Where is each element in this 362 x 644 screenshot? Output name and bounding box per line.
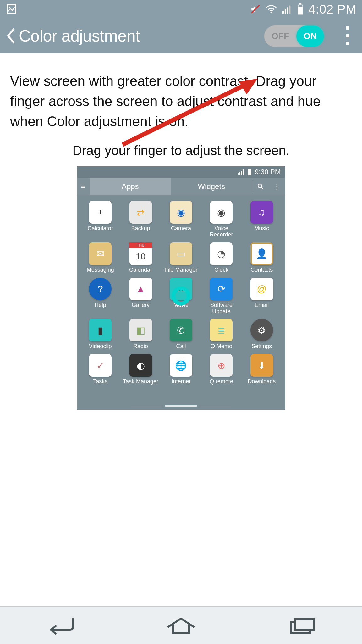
preview-app-label: Internet: [171, 379, 190, 385]
contacts-icon: 👤: [250, 242, 273, 265]
preview-app-clock: ◔Clock: [202, 242, 240, 273]
nav-recent-button[interactable]: [280, 614, 324, 636]
preview-tab-apps: Apps: [90, 178, 171, 195]
internet-icon: 🌐: [170, 354, 192, 377]
svg-rect-16: [248, 169, 251, 176]
music-icon: ♫: [250, 201, 273, 224]
preview-app-qmemo: ≣Q Memo: [202, 319, 240, 350]
calc-icon: ±: [89, 201, 112, 224]
preview-app-camera: ◉Camera: [162, 201, 200, 238]
gallery-icon: ▲: [129, 278, 152, 300]
preview-app-label: Task Manager: [123, 379, 158, 385]
preview-app-label: Calendar: [129, 267, 152, 273]
preview-app-video: ▮Videoclip: [81, 319, 119, 350]
preview-app-label: Videoclip: [89, 343, 112, 350]
preview-app-taskmgr: ◐Task Manager: [122, 354, 159, 385]
preview-app-label: Calculator: [88, 225, 113, 232]
preview-app-contacts: 👤Contacts: [243, 242, 281, 273]
mute-icon: [250, 4, 261, 14]
svg-rect-15: [243, 169, 244, 175]
toggle-on-label: ON: [296, 25, 324, 47]
preview-app-gallery: ▲Gallery: [122, 278, 159, 315]
preview-app-label: Messaging: [87, 267, 114, 273]
battery-icon: [297, 3, 304, 15]
preview-screenshot[interactable]: 9:30 PM ≡ Apps Widgets ⋮ ±Calculator⇄Bac…: [77, 166, 285, 410]
nav-home-button[interactable]: [159, 614, 203, 636]
preview-tab-widgets: Widgets: [171, 178, 252, 195]
preview-app-label: File Manager: [164, 267, 197, 273]
screenshot-icon: [6, 3, 17, 15]
preview-app-qremote: ⊕Q remote: [202, 354, 240, 385]
feature-toggle[interactable]: OFF ON: [264, 25, 324, 47]
preview-app-label: Radio: [133, 343, 148, 350]
clock-icon: ◔: [210, 242, 233, 265]
preview-status-bar: 9:30 PM: [77, 166, 285, 178]
preview-app-label: Gallery: [132, 302, 150, 308]
preview-app-label: Call: [176, 343, 186, 350]
preview-app-label: Q remote: [210, 379, 233, 385]
navigation-bar: [0, 606, 362, 644]
preview-app-cal: THU10Calendar: [122, 242, 159, 273]
preview-app-music: ♫Music: [243, 201, 281, 238]
preview-app-call: ✆Call: [162, 319, 200, 350]
preview-app-label: Email: [255, 302, 269, 308]
preview-app-label: Music: [254, 225, 269, 232]
svg-rect-5: [287, 7, 288, 14]
radio-icon: ◧: [129, 319, 152, 341]
preview-app-radio: ◧Radio: [122, 319, 159, 350]
svg-rect-12: [238, 173, 239, 175]
preview-app-label: Movie: [173, 302, 189, 308]
svg-rect-8: [299, 3, 301, 5]
preview-app-internet: 🌐Internet: [162, 354, 200, 385]
preview-app-label: Camera: [171, 225, 191, 232]
preview-app-voice: ◉Voice Recorder: [202, 201, 240, 238]
preview-signal-icon: [238, 169, 244, 175]
preview-time: 9:30 PM: [255, 168, 281, 176]
movie-icon: »»: [170, 278, 192, 300]
overflow-menu-icon[interactable]: [343, 26, 353, 45]
status-time: 4:02 PM: [309, 2, 356, 16]
preview-app-calc: ±Calculator: [81, 201, 119, 238]
toggle-off-label: OFF: [264, 31, 296, 41]
preview-app-label: Software Update: [202, 302, 240, 315]
status-bar: 4:02 PM: [0, 0, 362, 18]
preview-app-email: @Email: [243, 278, 281, 315]
preview-tabs: ≡ Apps Widgets ⋮: [77, 178, 285, 195]
qremote-icon: ⊕: [210, 354, 233, 377]
back-icon[interactable]: [6, 27, 16, 44]
title-bar: Color adjustment OFF ON: [0, 18, 362, 53]
svg-rect-21: [295, 619, 314, 630]
feature-description: View screen with greater color contrast.…: [10, 71, 324, 131]
svg-rect-4: [284, 9, 286, 14]
preview-battery-icon: [247, 169, 252, 175]
preview-app-help: ?Help: [81, 278, 119, 315]
downloads-icon: ⬇: [250, 354, 273, 377]
preview-app-label: Voice Recorder: [202, 225, 240, 238]
file-icon: ▭: [170, 242, 192, 265]
preview-app-label: Settings: [251, 343, 272, 350]
preview-app-label: Contacts: [250, 267, 273, 273]
page-title: Color adjustment: [19, 26, 140, 45]
preview-app-label: Tasks: [93, 379, 107, 385]
help-icon: ?: [89, 278, 112, 300]
taskmgr-icon: ◐: [129, 354, 152, 377]
signal-icon: [282, 4, 292, 14]
wifi-icon: [265, 4, 277, 14]
svg-point-1: [9, 7, 10, 8]
sw-icon: ⟳: [210, 278, 233, 300]
cal-icon: THU10: [129, 242, 152, 265]
tasks-icon: ✓: [89, 354, 112, 377]
backup-icon: ⇄: [129, 201, 152, 224]
email-icon: @: [250, 278, 273, 300]
voice-icon: ◉: [210, 201, 233, 224]
svg-line-19: [261, 187, 263, 189]
svg-rect-17: [249, 169, 250, 169]
preview-app-msg: ✉Messaging: [81, 242, 119, 273]
camera-icon: ◉: [170, 201, 192, 224]
msg-icon: ✉: [89, 242, 112, 265]
nav-back-button[interactable]: [38, 614, 82, 636]
video-icon: ▮: [89, 319, 112, 341]
call-icon: ✆: [170, 319, 192, 341]
svg-rect-6: [289, 6, 290, 14]
svg-point-18: [258, 184, 262, 188]
